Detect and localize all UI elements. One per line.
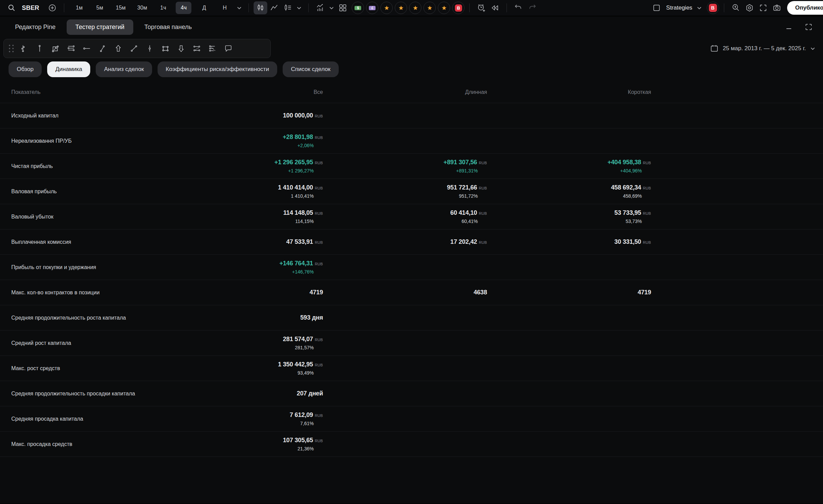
table-row: Макс. кол-во контрактов в позиции4719463… bbox=[0, 280, 823, 305]
subtab-0[interactable]: Обзор bbox=[9, 61, 42, 77]
metric-value: 100 000,00 bbox=[283, 112, 313, 119]
table-row: Средняя продолжительность просадки капит… bbox=[0, 381, 823, 406]
currency-unit: RUB bbox=[479, 186, 487, 190]
minimize-panel-icon[interactable] bbox=[784, 22, 794, 32]
trend-angle-icon[interactable] bbox=[95, 41, 110, 56]
timeframe-4ч[interactable]: 4ч bbox=[176, 2, 191, 14]
line-style-icon[interactable] bbox=[267, 1, 281, 14]
shooting-star-icon[interactable]: ★ bbox=[423, 2, 436, 14]
subtab-4[interactable]: Список сделок bbox=[283, 61, 339, 77]
bars-pattern-icon[interactable] bbox=[16, 41, 32, 56]
tool-row: 25 мар. 2013 г. — 5 дек. 2025 г. bbox=[0, 38, 823, 59]
candles-style-icon[interactable] bbox=[254, 1, 267, 14]
metric-percent: 7,61% bbox=[159, 421, 323, 426]
panel-tab-2[interactable]: Торговая панель bbox=[135, 19, 201, 35]
vertical-line-icon[interactable] bbox=[32, 41, 48, 56]
dot-line-pattern-icon[interactable] bbox=[189, 41, 205, 56]
metric-value-cell bbox=[323, 340, 487, 346]
fib-retracement-icon[interactable] bbox=[63, 41, 79, 56]
publish-button[interactable]: Опубликовать bbox=[787, 1, 823, 15]
style-menu-chevron-icon[interactable] bbox=[295, 1, 303, 14]
metric-label: Средний рост капитала bbox=[11, 340, 159, 346]
subtab-2[interactable]: Анализ сделок bbox=[96, 61, 152, 77]
metric-value-cell: 281 574,07RUB281,57% bbox=[159, 333, 323, 353]
timeframe-Н[interactable]: Н bbox=[217, 2, 232, 14]
bar-replay-icon[interactable] bbox=[488, 1, 502, 14]
symbol-search-icon[interactable] bbox=[5, 1, 18, 14]
metric-label: Средняя продолжительность просадки капит… bbox=[11, 391, 159, 397]
timeframe-Д[interactable]: Д bbox=[196, 2, 212, 14]
divider bbox=[64, 3, 64, 12]
timeframe-1м[interactable]: 1м bbox=[71, 2, 87, 14]
timeframe-30м[interactable]: 30м bbox=[134, 2, 151, 14]
shooting-star-icon[interactable]: ★ bbox=[438, 2, 450, 14]
metric-value-cell bbox=[487, 340, 651, 346]
timeframe-1ч[interactable]: 1ч bbox=[155, 2, 171, 14]
metric-value: +404 958,38 bbox=[607, 159, 641, 166]
calendar-icon bbox=[710, 44, 719, 53]
arrow-down-icon[interactable] bbox=[173, 41, 189, 56]
forecast-pattern-icon[interactable] bbox=[205, 41, 220, 56]
table-row: Чистая прибыль+1 296 265,95RUB+1 296,27%… bbox=[0, 154, 823, 179]
undo-icon[interactable] bbox=[512, 1, 525, 14]
restore-panel-icon[interactable] bbox=[804, 22, 813, 32]
snapshot-camera-icon[interactable] bbox=[770, 1, 784, 14]
arrow-up-icon[interactable] bbox=[110, 41, 126, 56]
candle-settings-icon[interactable] bbox=[281, 1, 295, 14]
metric-label: Валовый убыток bbox=[11, 214, 159, 220]
layout-icon[interactable] bbox=[650, 1, 663, 14]
b-button-icon[interactable]: B bbox=[452, 2, 464, 14]
panel-tab-0[interactable]: Редактор Pine bbox=[6, 19, 65, 35]
metric-percent: 951,72% bbox=[323, 193, 487, 199]
timeframe-15м[interactable]: 15м bbox=[112, 2, 129, 14]
subtab-3[interactable]: Коэффициенты риска/эффективности bbox=[158, 61, 277, 77]
shooting-star-icon[interactable]: ★ bbox=[395, 2, 407, 14]
redo-icon[interactable] bbox=[525, 1, 539, 14]
horizontal-ray-icon[interactable] bbox=[79, 41, 95, 56]
currency-unit: RUB bbox=[315, 161, 323, 165]
metric-value-cell bbox=[323, 391, 487, 397]
indicators-menu-chevron-icon[interactable] bbox=[327, 1, 336, 14]
shooting-star-icon[interactable]: ★ bbox=[409, 2, 421, 14]
divider bbox=[469, 3, 470, 12]
divider bbox=[308, 3, 309, 12]
quick-search-icon[interactable] bbox=[729, 1, 743, 14]
indicators-icon[interactable] bbox=[313, 1, 327, 14]
metric-value-cell bbox=[323, 138, 487, 144]
timeframe-5м[interactable]: 5м bbox=[92, 2, 108, 14]
timeframe-menu-chevron-icon[interactable] bbox=[235, 1, 244, 14]
toolbar-drag-handle[interactable] bbox=[8, 43, 15, 54]
metric-value: 60 414,10 bbox=[450, 209, 477, 216]
panel-tab-1[interactable]: Тестер стратегий bbox=[67, 19, 134, 35]
metric-percent: 114,15% bbox=[159, 219, 323, 224]
metric-percent: +891,31% bbox=[323, 168, 487, 173]
dollar-banknote-icon[interactable]: $ bbox=[352, 2, 364, 14]
metric-value: +146 764,31 bbox=[279, 260, 313, 267]
alert-icon[interactable] bbox=[474, 1, 488, 14]
shooting-star-icon[interactable]: ★ bbox=[380, 2, 393, 14]
rectangle-icon[interactable] bbox=[158, 41, 173, 56]
metric-value: +28 801,98 bbox=[283, 134, 313, 141]
metric-label: Средняя продолжительность роста капитала bbox=[11, 315, 159, 321]
settings-icon[interactable] bbox=[743, 1, 756, 14]
add-symbol-icon[interactable] bbox=[45, 1, 59, 14]
symbol-name[interactable]: SBER bbox=[22, 4, 39, 12]
layout-name[interactable]: Strategies bbox=[666, 4, 692, 11]
table-row: Исходный капитал100 000,00RUB bbox=[0, 103, 823, 128]
backtest-date-range[interactable]: 25 мар. 2013 г. — 5 дек. 2025 г. bbox=[710, 44, 817, 53]
comment-icon[interactable] bbox=[220, 41, 236, 56]
metric-value-cell: 4719 bbox=[159, 286, 323, 299]
cross-line-icon[interactable] bbox=[142, 41, 158, 56]
metric-value-cell: 53 733,95RUB53,73% bbox=[487, 206, 651, 227]
projection-icon[interactable] bbox=[48, 41, 63, 56]
metric-percent: 458,69% bbox=[487, 193, 651, 199]
trend-line-icon[interactable] bbox=[126, 41, 142, 56]
pound-banknote-icon[interactable]: £ bbox=[366, 2, 378, 14]
avatar[interactable]: B bbox=[707, 2, 719, 14]
currency-unit: RUB bbox=[643, 161, 651, 165]
metric-value-cell: 107 305,65RUB21,36% bbox=[159, 434, 323, 454]
fullscreen-icon[interactable] bbox=[756, 1, 770, 14]
subtab-1[interactable]: Динамика bbox=[47, 61, 90, 77]
indicator-templates-icon[interactable] bbox=[336, 1, 350, 14]
layout-menu-chevron-icon[interactable] bbox=[695, 1, 703, 14]
